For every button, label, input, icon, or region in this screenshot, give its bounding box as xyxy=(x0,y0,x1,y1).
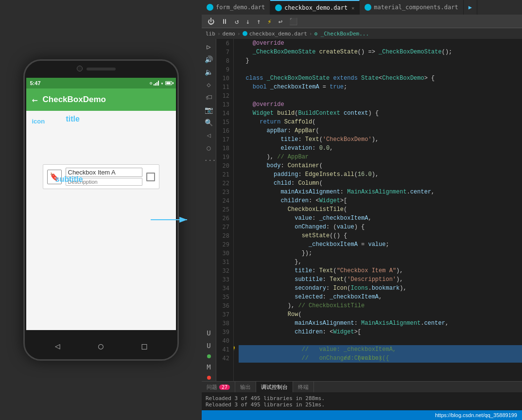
tab-debug-console[interactable]: 调试控制台 xyxy=(256,382,293,392)
tab-overflow: ▶ xyxy=(464,0,477,15)
toolbar: ⏻ ⏸ ↺ ↓ ↑ ⚡ ↩ ⬛ xyxy=(202,15,522,28)
line-num-19: 19 xyxy=(216,153,229,161)
dart-breadcrumb-icon xyxy=(243,31,247,36)
tab-form-demo[interactable]: form_demo.dart xyxy=(202,0,270,15)
tab-close-btn[interactable]: ✕ xyxy=(351,5,354,11)
code-line-11: bool _checkboxItemA = true; xyxy=(239,83,522,91)
more-icon[interactable]: ··· xyxy=(203,155,215,166)
code-editor[interactable]: 6 7 8 9 10 11 12 13 14 15 16 17 18 19 20… xyxy=(216,39,522,381)
line-num-28: 28 xyxy=(216,231,229,240)
breadcrumb-lib: lib xyxy=(206,31,215,37)
line-num-21: 21 xyxy=(216,170,229,179)
tab-output[interactable]: 输出 xyxy=(235,382,256,392)
lightning-btn[interactable]: ⚡ xyxy=(265,17,273,26)
line-num-16: 16 xyxy=(216,126,229,135)
line-num-38: 38 xyxy=(216,319,229,328)
tab-problems[interactable]: 问题 27 xyxy=(202,382,235,392)
run-icon[interactable]: ▷ xyxy=(203,41,215,52)
line-num-37: 37 xyxy=(216,310,229,319)
power-btn[interactable]: ⏻ xyxy=(206,17,216,26)
line-num-9: 9 xyxy=(216,65,229,74)
tab-material-components[interactable]: material_components.dart xyxy=(360,0,463,15)
line-num-12: 12 xyxy=(216,91,229,100)
annotation-title-label: title xyxy=(66,115,80,123)
app-bar-title: CheckBoxDemo xyxy=(43,95,106,105)
phone-screen: 5:47 ⚙ ▾ ← CheckBoxDemo xyxy=(26,78,176,330)
line-num-11: 11 xyxy=(216,83,229,91)
line-num-33: 33 xyxy=(216,275,229,284)
phone-frame: 5:47 ⚙ ▾ ← CheckBoxDemo xyxy=(23,59,179,361)
code-line-40: 💡 // Checkbox( xyxy=(239,336,522,345)
diamond-icon[interactable]: ◇ xyxy=(203,79,215,90)
tile-checkbox[interactable] xyxy=(146,173,155,181)
console-output: Reloaded 3 of 495 libraries in 288ms. Re… xyxy=(202,392,522,410)
dart-icon-form xyxy=(207,4,213,11)
code-line-33: subtitle: Text('Descripption'), xyxy=(239,275,522,284)
code-content: @override _CheckBoxDemoState createState… xyxy=(234,39,522,381)
line-num-39: 39 xyxy=(216,328,229,336)
pause-btn[interactable]: ⏸ xyxy=(219,17,230,26)
camera-icon[interactable]: 📷 xyxy=(203,105,215,115)
status-time: 5:47 xyxy=(30,80,41,86)
back-nav-btn[interactable]: ◁ xyxy=(55,341,60,351)
code-line-28: setState(() { xyxy=(239,231,522,240)
zoom-icon[interactable]: 🔍 xyxy=(203,117,215,128)
ide-area: form_demo.dart checkbox_demo.dart ✕ mate… xyxy=(202,0,522,420)
phone-simulator: 5:47 ⚙ ▾ ← CheckBoxDemo xyxy=(0,0,202,420)
volume2-icon[interactable]: 🔈 xyxy=(203,67,215,77)
circle-icon[interactable]: ○ xyxy=(203,142,215,153)
back-gutter-icon[interactable]: ◁ xyxy=(203,130,215,140)
code-line-16: appBar: AppBar( xyxy=(239,126,522,135)
line-num-27: 27 xyxy=(216,223,229,231)
tab-terminal[interactable]: 终端 xyxy=(293,382,314,392)
code-line-29: _checkboxItemA = value; xyxy=(239,240,522,249)
green-dot xyxy=(207,354,211,358)
tab-debug-label: 调试控制台 xyxy=(261,384,288,391)
breadcrumb-class: ⚙ _CheckBoxDem... xyxy=(314,31,369,37)
code-line-14: Widget build(BuildContext context) { xyxy=(239,109,522,118)
code-line-10: class _CheckBoxDemoState extends State<C… xyxy=(239,74,522,83)
stop-btn[interactable]: ⬛ xyxy=(287,17,299,26)
line-num-26: 26 xyxy=(216,214,229,223)
tab-form-demo-label: form_demo.dart xyxy=(216,4,265,11)
code-line-37: Row( xyxy=(239,310,522,319)
line-num-14: 14 xyxy=(216,109,229,118)
tag-icon[interactable]: 🏷 xyxy=(203,92,215,103)
code-line-26: value: _checkboxItemA, xyxy=(239,214,522,223)
battery-icon xyxy=(165,81,172,85)
undo-btn[interactable]: ↩ xyxy=(277,17,284,26)
code-line-6: @override xyxy=(239,39,522,48)
line-num-6: 6 xyxy=(216,39,229,48)
code-line-31: }, xyxy=(239,258,522,266)
tab-terminal-label: 终端 xyxy=(298,384,309,391)
step-over-btn[interactable]: ↓ xyxy=(244,17,251,26)
step-into-btn[interactable]: ↑ xyxy=(255,17,262,26)
code-line-34: secondary: Icon(Icons.bookmark), xyxy=(239,284,522,293)
line-num-40: 40 xyxy=(216,336,229,345)
code-line-17: title: Text('CheckBoxDemo'), xyxy=(239,135,522,144)
code-line-27: onChanged: (value) { xyxy=(239,223,522,231)
code-line-8: } xyxy=(239,56,522,65)
breadcrumb: lib › demo › checkbox_demo.dart › ⚙ _Che… xyxy=(202,28,522,39)
tab-checkbox-demo-label: checkbox_demo.dart xyxy=(284,4,348,11)
phone-speaker xyxy=(87,68,116,70)
tab-checkbox-demo[interactable]: checkbox_demo.dart ✕ xyxy=(270,0,360,15)
app-bar: ← CheckBoxDemo xyxy=(26,88,176,111)
back-arrow-icon[interactable]: ← xyxy=(32,94,38,105)
console-line-1: Reloaded 3 of 495 libraries in 288ms. xyxy=(206,395,518,402)
console-line-2: Reloaded 3 of 495 libraries in 251ms. xyxy=(206,402,518,408)
volume-icon[interactable]: 🔊 xyxy=(203,54,215,65)
restart-btn[interactable]: ↺ xyxy=(233,17,241,26)
line-num-41: 41 xyxy=(216,345,229,354)
bottom-panel: 问题 27 输出 调试控制台 终端 Reloaded 3 of 495 libr… xyxy=(202,381,522,410)
tab-bar: form_demo.dart checkbox_demo.dart ✕ mate… xyxy=(202,0,522,15)
home-nav-btn[interactable]: ○ xyxy=(98,341,104,351)
code-line-7: _CheckBoxDemoState createState() => _Che… xyxy=(239,48,522,56)
bottom-tabs: 问题 27 输出 调试控制台 终端 xyxy=(202,382,522,392)
breadcrumb-demo: demo xyxy=(223,31,236,37)
code-line-39: children: <Widget>[ xyxy=(239,328,522,336)
code-line-22: child: Column( xyxy=(239,179,522,188)
line-num-13: 13 xyxy=(216,100,229,109)
recents-nav-btn[interactable]: □ xyxy=(141,341,147,351)
tab-output-label: 输出 xyxy=(240,384,251,391)
